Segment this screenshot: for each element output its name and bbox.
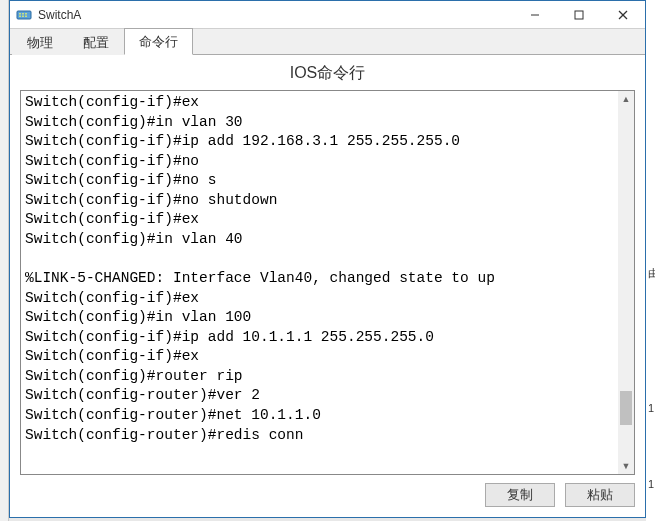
- minimize-button[interactable]: [513, 1, 557, 28]
- svg-rect-3: [25, 13, 27, 15]
- button-row: 复制 粘贴: [20, 475, 635, 507]
- background-left-sliver: [0, 0, 9, 521]
- svg-rect-8: [575, 11, 583, 19]
- background-right-sliver: 由 1. 1.: [646, 0, 655, 521]
- svg-rect-2: [22, 13, 24, 15]
- terminal-container: Switch(config-if)#ex Switch(config)#in v…: [20, 90, 635, 475]
- scroll-down-arrow[interactable]: ▼: [618, 458, 634, 474]
- app-window: SwitchA 物理 配置 命令行 IOS命令行 Switch(config-i…: [9, 0, 646, 518]
- scroll-up-arrow[interactable]: ▲: [618, 91, 634, 107]
- bg-text-fragment: 1.: [648, 478, 655, 490]
- svg-rect-4: [19, 15, 21, 17]
- bg-text-fragment: 由: [648, 266, 655, 281]
- page-title: IOS命令行: [20, 61, 635, 90]
- maximize-button[interactable]: [557, 1, 601, 28]
- svg-rect-5: [22, 15, 24, 17]
- paste-button[interactable]: 粘贴: [565, 483, 635, 507]
- svg-rect-0: [17, 11, 31, 19]
- tab-label: 配置: [83, 35, 109, 50]
- cli-terminal[interactable]: Switch(config-if)#ex Switch(config)#in v…: [21, 91, 634, 474]
- titlebar[interactable]: SwitchA: [10, 1, 645, 29]
- bg-text-fragment: 1.: [648, 402, 655, 414]
- tab-bar: 物理 配置 命令行: [10, 29, 645, 55]
- tab-physical[interactable]: 物理: [12, 29, 68, 55]
- svg-rect-6: [25, 15, 27, 17]
- tab-config[interactable]: 配置: [68, 29, 124, 55]
- scroll-thumb[interactable]: [620, 391, 632, 425]
- svg-rect-1: [19, 13, 21, 15]
- scrollbar[interactable]: ▲ ▼: [618, 91, 634, 474]
- app-icon: [16, 7, 32, 23]
- copy-button[interactable]: 复制: [485, 483, 555, 507]
- tab-content: IOS命令行 Switch(config-if)#ex Switch(confi…: [10, 55, 645, 517]
- button-label: 复制: [507, 486, 533, 504]
- tab-label: 命令行: [139, 34, 178, 49]
- tab-label: 物理: [27, 35, 53, 50]
- tab-cli[interactable]: 命令行: [124, 28, 193, 55]
- close-button[interactable]: [601, 1, 645, 28]
- window-controls: [513, 1, 645, 28]
- window-title: SwitchA: [38, 8, 513, 22]
- button-label: 粘贴: [587, 486, 613, 504]
